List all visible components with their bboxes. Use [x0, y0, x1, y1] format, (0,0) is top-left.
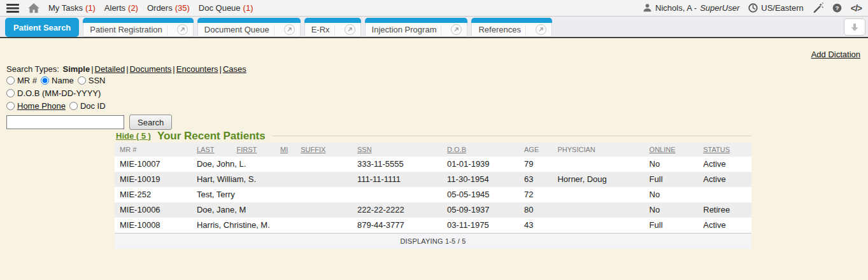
cell-ssn: 222-22-2222: [352, 202, 442, 218]
cell-physician: [552, 218, 644, 234]
home-button[interactable]: [28, 3, 39, 13]
nav-item-orders[interactable]: Orders (35): [147, 3, 190, 13]
cell-dob: 03-11-1975: [442, 218, 519, 234]
popout-button[interactable]: [536, 24, 546, 35]
search-type-detailed[interactable]: Detailed: [95, 64, 125, 74]
nav-item-label: My Tasks: [48, 3, 83, 13]
column-header-online[interactable]: ONLINE: [644, 143, 699, 157]
search-type-encounters[interactable]: Encounters: [176, 64, 218, 74]
developer-tools-button[interactable]: </>: [851, 3, 862, 13]
separator: |: [173, 64, 174, 74]
cell-name: Harris, Christine, M.: [192, 218, 352, 234]
column-header-physician: PHYSICIAN: [552, 143, 644, 157]
radio-option-doc-id[interactable]: Doc ID: [69, 101, 106, 111]
cell-mr: MIE-10019: [115, 172, 192, 187]
column-header-status[interactable]: STATUS: [698, 143, 751, 157]
cell-status: [698, 187, 751, 202]
nav-item-label: Doc Queue: [199, 3, 241, 13]
user-role: SuperUser: [700, 3, 739, 13]
patient-row-mie-252[interactable]: MIE-252 Test, Terry 05-05-1945 72 No: [115, 187, 751, 202]
popout-button[interactable]: [451, 24, 462, 35]
tab-e-rx[interactable]: E-Rx: [304, 18, 361, 37]
svg-text:?: ?: [835, 5, 839, 11]
radio-option-d-o-b-mm-dd-yyyy[interactable]: D.O.B (MM-DD-YYYY): [6, 88, 101, 98]
search-type-simple[interactable]: Simple: [63, 64, 90, 74]
hide-recent-link[interactable]: Hide ( 5 ): [116, 131, 151, 141]
nav-item-alerts[interactable]: Alerts (2): [104, 3, 138, 13]
radio-input-name[interactable]: [41, 76, 49, 85]
radio-input-doc-id[interactable]: [69, 102, 78, 110]
wand-tools-button[interactable]: [813, 3, 823, 13]
tab-strip: Patient Search Patient Registration Docu…: [0, 17, 868, 38]
cell-age: 43: [519, 218, 552, 234]
column-header-suffix[interactable]: SUFFIX: [295, 143, 352, 157]
patient-row-mie-10008[interactable]: MIE-10008 Harris, Christine, M. 879-44-3…: [115, 218, 751, 234]
column-header-d-o-b[interactable]: D.O.B: [442, 143, 519, 157]
column-header-age: AGE: [519, 143, 552, 157]
cell-online: Full: [644, 218, 699, 234]
patient-row-mie-10019[interactable]: MIE-10019 Hart, William, S. 111-11-1111 …: [115, 172, 751, 187]
radio-option-home-phone[interactable]: Home Phone: [6, 101, 66, 111]
radio-input-d-o-b-mm-dd-yyyy[interactable]: [6, 89, 15, 97]
radio-option-ssn[interactable]: SSN: [78, 76, 106, 85]
nav-item-doc-queue[interactable]: Doc Queue (1): [199, 3, 253, 13]
top-bar: My Tasks (1) Alerts (2) Orders (35) Doc …: [0, 0, 868, 17]
cell-physician: [552, 187, 644, 202]
tab-references[interactable]: References: [471, 18, 551, 37]
top-nav: My Tasks (1) Alerts (2) Orders (35) Doc …: [48, 3, 253, 13]
table-footer-row: DISPLAYING 1-5 / 5: [115, 234, 751, 249]
search-input[interactable]: [6, 115, 124, 129]
radio-row: Home PhoneDoc ID: [6, 100, 248, 112]
external-arrow-icon: [180, 27, 185, 32]
cell-online: Full: [644, 172, 699, 187]
recent-patients-panel: Hide ( 5 ) Your Recent Patients MR #LAST…: [115, 130, 751, 249]
tab-label: Patient Registration: [90, 25, 162, 34]
radio-row: MR #NameSSN: [6, 74, 248, 87]
radio-input-home-phone[interactable]: [6, 102, 15, 110]
radio-option-mr[interactable]: MR #: [6, 76, 37, 85]
cell-name: Doe, John, L.: [192, 157, 352, 172]
add-dictation-link[interactable]: Add Dictation: [811, 50, 860, 59]
nav-item-count: (2): [128, 3, 138, 13]
column-header-first[interactable]: FIRST: [231, 143, 275, 157]
cell-mr: MIE-10007: [115, 157, 192, 172]
cell-mr: MIE-252: [115, 187, 192, 202]
popout-button[interactable]: [345, 24, 355, 35]
radio-label: SSN: [89, 76, 106, 85]
tab-label: References: [478, 25, 520, 34]
radio-input-mr[interactable]: [6, 76, 15, 85]
nav-item-my-tasks[interactable]: My Tasks (1): [48, 3, 96, 13]
tab-patient-registration[interactable]: Patient Registration: [83, 18, 193, 37]
search-type-documents[interactable]: Documents: [130, 64, 172, 74]
tab-popout: [525, 25, 546, 35]
external-arrow-icon: [538, 27, 544, 32]
popout-button[interactable]: [284, 24, 295, 35]
search-button[interactable]: Search: [129, 115, 172, 130]
paging-status: DISPLAYING 1-5 / 5: [115, 234, 751, 249]
home-icon: [28, 3, 39, 13]
tab-patient-search[interactable]: Patient Search: [5, 18, 79, 37]
radio-option-name[interactable]: Name: [41, 76, 74, 85]
column-header-mi[interactable]: MI: [275, 143, 295, 157]
timezone-label: US/Eastern: [761, 3, 803, 13]
cell-status: Active: [698, 157, 751, 172]
tab-document-queue[interactable]: Document Queue: [197, 18, 301, 37]
user-menu[interactable]: Nichols, A - SuperUser: [643, 3, 739, 13]
radio-input-ssn[interactable]: [78, 76, 86, 85]
help-button[interactable]: ?: [832, 3, 842, 13]
tab-injection-program[interactable]: Injection Program: [365, 18, 468, 37]
user-name: Nichols, A -: [655, 3, 697, 13]
download-tab-button[interactable]: [844, 18, 865, 36]
main-content: Add Dictation Search Types: Simple|Detai…: [0, 38, 868, 280]
cell-name: Hart, William, S.: [192, 172, 352, 187]
timezone-indicator: US/Eastern: [748, 3, 803, 13]
radio-label: D.O.B (MM-DD-YYYY): [17, 88, 101, 98]
column-header-last[interactable]: LAST: [192, 143, 232, 157]
patient-row-mie-10007[interactable]: MIE-10007 Doe, John, L. 333-11-5555 01-0…: [115, 157, 751, 172]
nav-item-count: (1): [243, 3, 253, 13]
popout-button[interactable]: [177, 24, 188, 35]
column-header-ssn[interactable]: SSN: [352, 143, 442, 157]
search-type-cases[interactable]: Cases: [223, 64, 246, 74]
patient-row-mie-10006[interactable]: MIE-10006 Doe, Jane, M 222-22-2222 05-09…: [115, 202, 751, 218]
hamburger-menu-button[interactable]: [6, 3, 19, 13]
